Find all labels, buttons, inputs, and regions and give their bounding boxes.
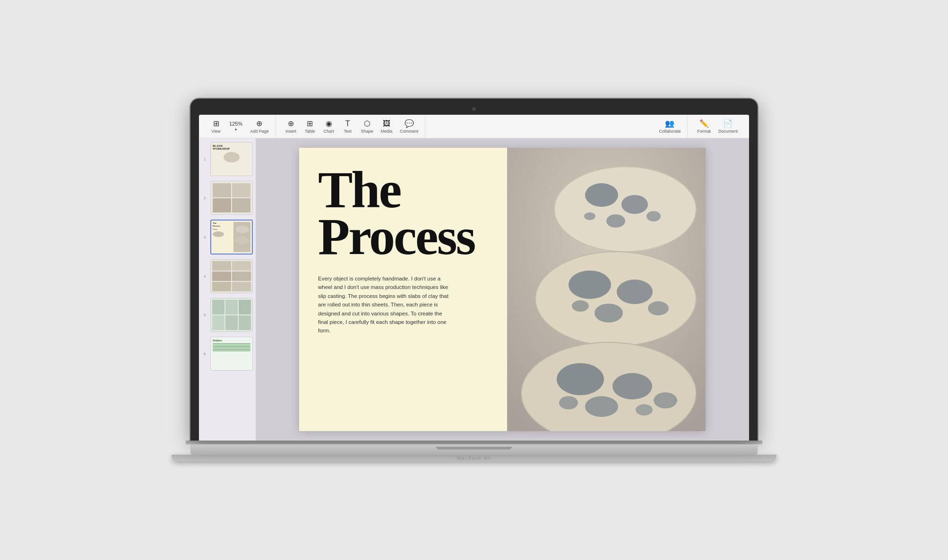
format-label: Format — [697, 129, 711, 134]
chart-label: Chart — [324, 129, 334, 134]
comment-icon: 💬 — [405, 119, 414, 128]
add-page-button[interactable]: ⊕ Add Page — [247, 117, 272, 136]
laptop-hinge — [186, 441, 762, 444]
page-image-area — [507, 148, 706, 431]
toolbar-format-group: ✏️ Format 📄 Document — [690, 115, 744, 138]
slide-number-6: 6 — [204, 352, 206, 356]
zoom-button[interactable]: 125% ▾ — [226, 119, 245, 134]
slide-2-content — [211, 181, 252, 214]
slide-thumbnail-2[interactable] — [210, 181, 253, 215]
laptop-screen: ⊞ View 125% ▾ ⊕ Add Page ⊕ Inse — [199, 115, 749, 441]
document-button[interactable]: 📄 Document — [715, 117, 741, 136]
slides-sidebar[interactable]: 1 BLANDWORKSHOP 2 — [199, 138, 256, 441]
laptop-base-wrapper: MacBook Air — [172, 441, 776, 461]
shape-label: Shape — [361, 129, 373, 134]
slide-number-2: 2 — [204, 196, 206, 200]
slide-number-4: 4 — [204, 274, 206, 279]
media-icon: 🖼 — [383, 119, 390, 128]
svg-point-12 — [648, 301, 669, 315]
table-button[interactable]: ⊞ Table — [302, 117, 319, 136]
plates-illustration — [507, 148, 706, 431]
laptop-wrapper: ⊞ View 125% ▾ ⊕ Add Page ⊕ Inse — [167, 99, 781, 461]
svg-point-16 — [612, 373, 652, 399]
slide-thumbnail-1[interactable]: BLANDWORKSHOP — [210, 142, 253, 176]
view-icon: ⊞ — [213, 119, 219, 128]
table-icon: ⊞ — [307, 119, 313, 128]
slide-6-content: Orders — [211, 337, 252, 370]
svg-point-17 — [585, 396, 618, 417]
view-button[interactable]: ⊞ View — [207, 117, 224, 136]
slide-number-1: 1 — [204, 157, 206, 161]
svg-point-7 — [584, 212, 595, 220]
shape-button[interactable]: ⬡ Shape — [358, 117, 376, 136]
slide-3-content: TheProcess Glaze — [211, 221, 252, 254]
slide-thumb-wrapper-1: 1 BLANDWORKSHOP — [202, 142, 253, 176]
shape-icon: ⬡ — [364, 119, 371, 128]
svg-point-20 — [636, 404, 653, 416]
document-icon: 📄 — [723, 119, 733, 128]
slide-5-content — [211, 298, 252, 331]
text-label: Text — [344, 129, 352, 134]
camera — [472, 107, 476, 111]
add-page-label: Add Page — [250, 129, 269, 134]
page-body-text: Every object is completely handmade. I d… — [318, 274, 450, 335]
slide-thumb-wrapper-4: 4 — [202, 259, 253, 293]
page-canvas: The Process Every object is completely h… — [299, 148, 706, 431]
slide-thumb-wrapper-6: 6 Orders — [202, 337, 253, 371]
chart-button[interactable]: ◉ Chart — [320, 117, 337, 136]
slide-thumbnail-3[interactable]: TheProcess Glaze — [210, 220, 253, 255]
slide-thumbnail-4[interactable] — [210, 259, 253, 293]
svg-point-19 — [559, 396, 578, 409]
insert-label: Insert — [285, 129, 296, 134]
canvas-area: The Process Every object is completely h… — [256, 138, 749, 441]
page-title: The Process — [318, 167, 493, 260]
svg-point-9 — [569, 271, 611, 299]
text-icon: T — [345, 119, 350, 128]
comment-button[interactable]: 💬 Comment — [397, 117, 421, 136]
zoom-chevron: ▾ — [235, 127, 237, 132]
add-page-icon: ⊕ — [256, 119, 262, 128]
chart-icon: ◉ — [326, 119, 332, 128]
slide-thumb-wrapper-3: 3 TheProcess Glaze — [202, 220, 253, 255]
toolbar: ⊞ View 125% ▾ ⊕ Add Page ⊕ Inse — [199, 115, 749, 138]
svg-point-4 — [621, 195, 648, 214]
ceramic-image — [507, 148, 706, 431]
slide-thumb-wrapper-5: 5 — [202, 298, 253, 332]
table-label: Table — [305, 129, 315, 134]
toolbar-insert-group: ⊕ Insert ⊞ Table ◉ Chart T Text — [279, 115, 426, 138]
svg-point-11 — [595, 304, 623, 322]
svg-point-6 — [646, 211, 661, 221]
slide-thumbnail-5[interactable] — [210, 298, 253, 332]
comment-label: Comment — [400, 129, 418, 134]
page-left-column: The Process Every object is completely h… — [299, 148, 507, 431]
slide-number-3: 3 — [204, 235, 206, 239]
slide-thumb-wrapper-2: 2 — [202, 181, 253, 215]
svg-point-8 — [535, 252, 696, 346]
laptop-foot: MacBook Air — [172, 455, 776, 461]
app-body: 1 BLANDWORKSHOP 2 — [199, 138, 749, 441]
text-button[interactable]: T Text — [339, 118, 356, 136]
collaborate-icon: 👥 — [665, 119, 674, 128]
document-label: Document — [718, 129, 738, 134]
svg-point-10 — [617, 280, 653, 304]
macbook-model-label: MacBook Air — [457, 455, 491, 461]
laptop-bezel: ⊞ View 125% ▾ ⊕ Add Page ⊕ Inse — [190, 99, 758, 441]
insert-button[interactable]: ⊕ Insert — [283, 117, 300, 136]
laptop-base — [190, 444, 758, 455]
svg-point-15 — [557, 363, 604, 395]
collaborate-button[interactable]: 👥 Collaborate — [656, 117, 683, 136]
format-button[interactable]: ✏️ Format — [694, 117, 714, 136]
collaborate-label: Collaborate — [659, 129, 681, 134]
media-button[interactable]: 🖼 Media — [378, 118, 396, 136]
toolbar-view-group: ⊞ View 125% ▾ ⊕ Add Page — [204, 115, 276, 138]
slide-number-5: 5 — [204, 313, 206, 317]
slide-thumbnail-6[interactable]: Orders — [210, 337, 253, 371]
media-label: Media — [381, 129, 393, 134]
insert-icon: ⊕ — [288, 119, 294, 128]
slide-4-content — [211, 260, 252, 293]
format-icon: ✏️ — [699, 119, 709, 128]
toolbar-collaborate-group: 👥 Collaborate — [652, 115, 688, 138]
laptop-notch — [436, 447, 512, 450]
svg-point-13 — [572, 300, 589, 312]
svg-point-3 — [585, 183, 618, 207]
